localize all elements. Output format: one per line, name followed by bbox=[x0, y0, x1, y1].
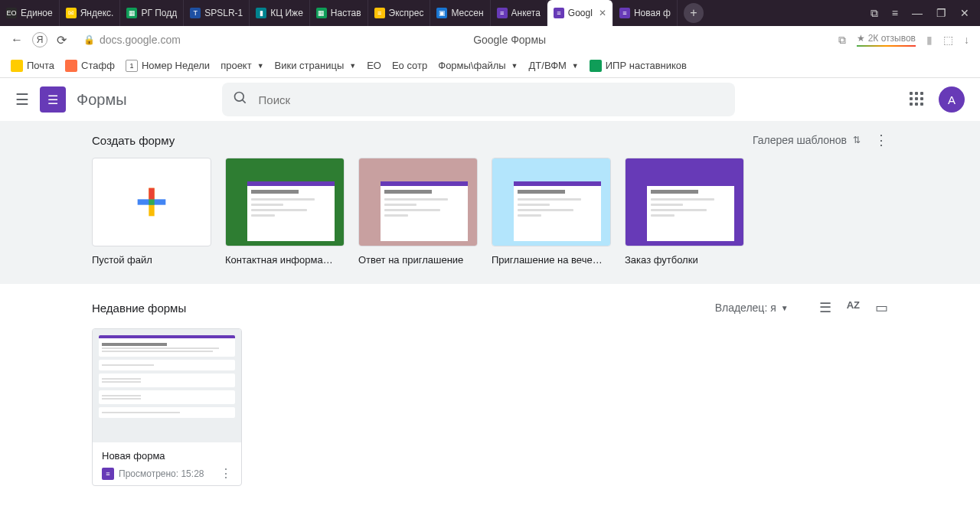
browser-tab[interactable]: ≡Новая ф bbox=[613, 0, 678, 26]
window-close-icon[interactable]: ✕ bbox=[960, 7, 969, 19]
browser-tab[interactable]: ≡Googl✕ bbox=[547, 0, 613, 26]
template-card[interactable]: Ответ на приглашение bbox=[358, 158, 478, 266]
bookmark-label: ЕО bbox=[367, 60, 381, 71]
list-view-icon[interactable]: ☰ bbox=[819, 299, 831, 316]
window-max-icon[interactable]: ❐ bbox=[936, 7, 946, 19]
sort-az-icon[interactable]: AZ bbox=[847, 299, 860, 316]
template-thumb-form bbox=[647, 181, 734, 241]
templates-heading: Создать форму bbox=[92, 134, 175, 147]
yandex-icon[interactable]: Я bbox=[32, 32, 47, 47]
template-thumb-form bbox=[514, 181, 601, 241]
recent-title: Новая форма bbox=[102, 450, 232, 462]
bookmark-item[interactable]: ИПР наставников bbox=[590, 60, 687, 72]
tab-favicon: ≡ bbox=[554, 8, 564, 18]
bookmark-icon bbox=[590, 60, 602, 72]
unfold-icon: ⇅ bbox=[853, 135, 861, 145]
copy-icon[interactable]: ⧉ bbox=[838, 34, 846, 47]
tab-label: КЦ Иже bbox=[270, 8, 303, 18]
templates-more-icon[interactable]: ⋮ bbox=[874, 132, 888, 148]
bookmark-item[interactable]: Ео сотр bbox=[392, 60, 427, 71]
tab-close-icon[interactable]: ✕ bbox=[599, 8, 606, 18]
search-icon bbox=[233, 90, 248, 109]
recent-subtitle: Просмотрено: 15:28 bbox=[119, 468, 204, 479]
template-card[interactable]: Заказ футболки bbox=[625, 158, 744, 266]
template-name: Контактная информа… bbox=[225, 254, 345, 266]
app-header: ☰ ☰ Формы А bbox=[0, 78, 980, 121]
template-thumb bbox=[92, 158, 211, 246]
template-card[interactable]: Приглашение на вече… bbox=[492, 158, 611, 266]
bookmark-item[interactable]: 1Номер Недели bbox=[126, 60, 210, 72]
downloads-icon[interactable]: ↓ bbox=[964, 34, 969, 46]
tab-label: РГ Подд bbox=[141, 8, 177, 18]
caret-down-icon: ▼ bbox=[257, 62, 264, 70]
template-thumb bbox=[625, 158, 744, 246]
tab-label: Мессен bbox=[451, 8, 483, 18]
caret-down-icon: ▼ bbox=[511, 62, 518, 70]
template-thumb bbox=[225, 158, 345, 246]
window-menu-icon[interactable]: ≡ bbox=[892, 7, 898, 19]
svg-rect-5 bbox=[149, 188, 154, 200]
browser-tab[interactable]: ▮КЦ Иже bbox=[250, 0, 310, 26]
reload-icon[interactable]: ⟳ bbox=[57, 33, 67, 47]
new-tab-button[interactable]: + bbox=[684, 3, 704, 23]
template-gallery-button[interactable]: Галерея шаблонов ⇅ bbox=[753, 134, 861, 146]
bookmark-item[interactable]: проект▼ bbox=[220, 60, 263, 71]
browser-tab[interactable]: ≡Экспрес bbox=[368, 0, 431, 26]
templates-row: Пустой файлКонтактная информа…Ответ на п… bbox=[92, 158, 888, 266]
owner-filter[interactable]: Владелец: я ▼ bbox=[715, 302, 789, 314]
caret-down-icon: ▼ bbox=[572, 62, 579, 70]
back-icon[interactable]: ← bbox=[11, 33, 23, 47]
recent-more-icon[interactable]: ⋮ bbox=[220, 466, 232, 481]
browser-tab[interactable]: ЕОЕдиное bbox=[0, 0, 60, 26]
bookmark-item[interactable]: Вики страницы▼ bbox=[275, 60, 357, 71]
browser-tab[interactable]: TSPSLR-1 bbox=[184, 0, 250, 26]
tab-label: Единое bbox=[21, 8, 53, 18]
template-name: Приглашение на вече… bbox=[492, 254, 611, 266]
template-name: Заказ футболки bbox=[625, 254, 744, 266]
reviews-badge[interactable]: ★ 2К отзывов bbox=[857, 33, 916, 47]
extensions-icon[interactable]: ⬚ bbox=[943, 34, 953, 46]
bookmark-item[interactable]: Почта bbox=[11, 60, 54, 72]
tab-favicon: ≡ bbox=[619, 8, 630, 18]
apps-grid-icon[interactable] bbox=[910, 92, 925, 107]
browser-tab[interactable]: ▦Настав bbox=[310, 0, 368, 26]
bookmark-item[interactable]: Стафф bbox=[65, 60, 115, 72]
recent-card[interactable]: Новая форма ≡ Просмотрено: 15:28 ⋮ bbox=[92, 328, 242, 486]
tab-label: Экспрес bbox=[389, 8, 424, 18]
recent-heading: Недавние формы bbox=[92, 302, 186, 315]
template-card[interactable]: Контактная информа… bbox=[225, 158, 345, 266]
avatar[interactable]: А bbox=[939, 86, 965, 113]
bookmark-item[interactable]: Формы\файлы▼ bbox=[438, 60, 518, 71]
templates-section: Создать форму Галерея шаблонов ⇅ ⋮ Пусто… bbox=[0, 121, 980, 284]
tab-label: Новая ф bbox=[634, 8, 671, 18]
browser-tab[interactable]: ▣Мессен bbox=[430, 0, 490, 26]
tab-label: Настав bbox=[331, 8, 361, 18]
recent-meta: Новая форма ≡ Просмотрено: 15:28 ⋮ bbox=[93, 442, 241, 485]
tab-favicon: ▮ bbox=[256, 8, 266, 18]
menu-icon[interactable]: ☰ bbox=[15, 90, 29, 109]
url-box[interactable]: 🔒 docs.google.com bbox=[83, 34, 181, 46]
browser-tab[interactable]: ✉Яндекс. bbox=[60, 0, 121, 26]
bookmark-label: Ео сотр bbox=[392, 60, 427, 71]
window-copy-icon[interactable]: ⧉ bbox=[871, 7, 878, 20]
template-card[interactable]: Пустой файл bbox=[92, 158, 211, 266]
folder-icon[interactable]: ▭ bbox=[875, 299, 888, 316]
browser-tab[interactable]: ≡Анкета bbox=[491, 0, 547, 26]
bookmark-icon bbox=[11, 60, 23, 72]
tab-favicon: ≡ bbox=[497, 8, 508, 18]
bookmark-icon[interactable]: ▮ bbox=[926, 34, 933, 46]
browser-tab[interactable]: ▦РГ Подд bbox=[120, 0, 184, 26]
app-title: Формы bbox=[77, 91, 127, 109]
search-input[interactable] bbox=[259, 93, 724, 106]
tab-favicon: ▣ bbox=[436, 8, 447, 18]
svg-line-1 bbox=[242, 100, 245, 103]
bookmark-label: Почта bbox=[27, 60, 54, 71]
window-min-icon[interactable]: — bbox=[912, 7, 923, 19]
tab-label: Googl bbox=[568, 8, 593, 18]
search-box[interactable] bbox=[222, 83, 735, 116]
bookmark-item[interactable]: ДТ/ВФМ▼ bbox=[529, 60, 579, 71]
bookmark-label: Формы\файлы bbox=[438, 60, 505, 71]
forms-file-icon: ≡ bbox=[102, 468, 114, 480]
forms-logo-icon: ☰ bbox=[40, 86, 66, 113]
bookmark-item[interactable]: ЕО bbox=[367, 60, 381, 71]
